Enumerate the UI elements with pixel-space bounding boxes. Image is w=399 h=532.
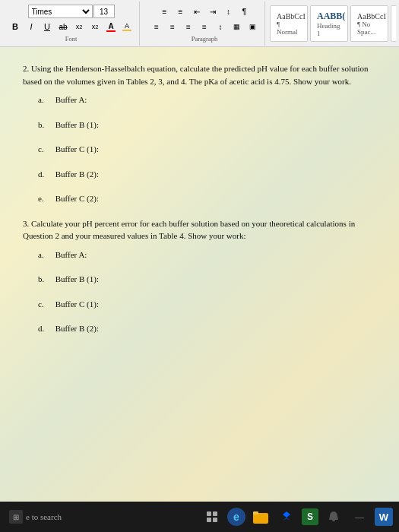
line-spacing-button[interactable]: ↕	[213, 20, 228, 33]
font-group: Times Arial Calibri B I U ab x2 x2 A	[3, 2, 140, 46]
paragraph-group: ≡ ≡ ⇤ ⇥ ↕ ¶ ≡ ≡ ≡ ≡ ↕ ▦ ▣ Paragraph	[144, 2, 265, 46]
align-center-button[interactable]: ≡	[165, 20, 180, 33]
style-heading1-label: Heading 1	[317, 22, 341, 37]
question-2-text: 2. Using the Henderson-Hasselbalch equat…	[23, 62, 376, 87]
svg-rect-1	[213, 511, 217, 516]
question-3: 3. Calculate your pH percent error for e…	[23, 217, 376, 335]
app-s-icon[interactable]: S	[302, 508, 318, 525]
font-size-input[interactable]	[93, 5, 115, 18]
style-normal-preview: AaBbCcI	[277, 12, 306, 21]
shading-button[interactable]: ▦	[229, 20, 244, 33]
bold-button[interactable]: B	[8, 20, 23, 33]
justify-button[interactable]: ≡	[197, 20, 212, 33]
task-view-icon[interactable]	[201, 506, 223, 527]
dropbox-icon[interactable]	[276, 506, 297, 527]
bullets-button[interactable]: ≡	[157, 5, 173, 18]
windows-start-button[interactable]: ⊞	[9, 510, 23, 524]
taskbar: ⊞ e to search e	[0, 502, 399, 532]
svg-rect-2	[207, 518, 211, 522]
superscript-button[interactable]: x2	[87, 20, 103, 33]
style-nospace-label: ¶ No Spac...	[357, 21, 382, 36]
q3-sub-a-text: Buffer A:	[55, 250, 87, 259]
q3-sub-c-label: c.	[38, 298, 53, 311]
highlight-button[interactable]: A	[119, 20, 135, 33]
styles-group: AaBbCcI ¶ Normal AABB( Heading 1 AaBbCcI…	[270, 5, 396, 42]
q2-sub-b-label: b.	[38, 119, 53, 131]
indent-increase-button[interactable]: ⇥	[205, 5, 220, 18]
paragraph-row2: ≡ ≡ ≡ ≡ ↕ ▦ ▣	[149, 20, 260, 33]
show-formatting-button[interactable]: ¶	[237, 5, 252, 18]
taskbar-search-area: ⊞ e to search	[9, 510, 62, 524]
q3-sub-c: c. Buffer C (1):	[38, 298, 376, 311]
indent-decrease-button[interactable]: ⇤	[189, 5, 204, 18]
q2-sub-a-text: Buffer A:	[55, 95, 87, 104]
q3-sub-d-label: d.	[38, 322, 53, 335]
edge-browser-icon[interactable]: e	[227, 508, 245, 526]
underline-button[interactable]: U	[40, 20, 55, 33]
style-heading1-preview: AABB(	[317, 11, 345, 22]
font-name-row: Times Arial Calibri	[28, 5, 115, 18]
svg-marker-7	[283, 511, 290, 521]
align-right-button[interactable]: ≡	[181, 20, 196, 33]
q2-sub-b: b. Buffer B (1):	[38, 119, 376, 131]
search-text: e to search	[26, 512, 62, 521]
q2-sub-c: c. Buffer C (1):	[38, 143, 376, 156]
borders-button[interactable]: ▣	[245, 20, 260, 33]
document-content: 2. Using the Henderson-Hasselbalch equat…	[23, 62, 376, 335]
q2-sub-a-label: a.	[38, 93, 53, 106]
document-area: 2. Using the Henderson-Hasselbalch equat…	[0, 47, 399, 502]
style-heading[interactable]: AaBb Heading	[391, 5, 396, 42]
q3-sub-d: d. Buffer B (2):	[38, 322, 376, 335]
style-heading1[interactable]: AABB( Heading 1	[310, 5, 348, 42]
q3-sub-a-label: a.	[38, 249, 53, 261]
q2-sub-d-text: Buffer B (2):	[55, 169, 99, 179]
q2-sub-c-text: Buffer C (1):	[55, 144, 99, 154]
word-icon[interactable]: W	[375, 508, 393, 526]
strikethrough-button[interactable]: ab	[55, 20, 71, 33]
question-3-number: 3.	[23, 219, 29, 228]
q2-sub-e-label: e.	[38, 192, 53, 205]
svg-rect-8	[332, 520, 335, 521]
italic-button[interactable]: I	[24, 20, 39, 33]
q3-sub-b: b. Buffer B (1):	[38, 273, 376, 286]
file-explorer-icon[interactable]	[250, 506, 271, 527]
minimize-icon[interactable]: —	[349, 506, 370, 527]
q2-sub-a: a. Buffer A:	[38, 93, 376, 106]
q2-sub-e-text: Buffer C (2):	[55, 194, 99, 203]
q2-sub-c-label: c.	[38, 143, 53, 156]
q3-sub-a: a. Buffer A:	[38, 249, 376, 261]
paragraph-group-label: Paragraph	[192, 35, 217, 43]
svg-rect-6	[253, 511, 258, 515]
numbering-button[interactable]: ≡	[173, 5, 188, 18]
style-normal[interactable]: AaBbCcI ¶ Normal	[270, 5, 308, 42]
svg-rect-3	[213, 518, 217, 522]
q3-sub-d-text: Buffer B (2):	[55, 324, 99, 333]
q3-sub-b-text: Buffer B (1):	[55, 274, 99, 283]
question-3-body: Calculate your pH percent error for each…	[23, 219, 355, 241]
style-nospace-preview: AaBbCcI	[357, 12, 386, 21]
q3-sub-c-text: Buffer C (1):	[55, 299, 99, 309]
q3-sub-b-label: b.	[38, 273, 53, 286]
ms-word-toolbar: Times Arial Calibri B I U ab x2 x2 A	[0, 0, 399, 47]
q2-sub-d-label: d.	[38, 168, 53, 181]
font-name-select[interactable]: Times Arial Calibri	[28, 5, 93, 18]
svg-rect-0	[207, 511, 211, 516]
question-2: 2. Using the Henderson-Hasselbalch equat…	[23, 62, 376, 205]
q2-sub-b-text: Buffer B (1):	[55, 120, 99, 129]
question-3-text: 3. Calculate your pH percent error for e…	[23, 217, 376, 242]
notification-icon[interactable]	[323, 506, 344, 527]
taskbar-icons: e S — W	[201, 506, 399, 527]
paragraph-row1: ≡ ≡ ⇤ ⇥ ↕ ¶	[157, 5, 252, 18]
q2-sub-d: d. Buffer B (2):	[38, 168, 376, 181]
font-group-label: Font	[65, 35, 78, 43]
sort-button[interactable]: ↕	[221, 5, 236, 18]
align-left-button[interactable]: ≡	[149, 20, 164, 33]
question-2-body: Using the Henderson-Hasselbalch equation…	[23, 64, 369, 86]
subscript-button[interactable]: x2	[71, 20, 87, 33]
font-format-row: B I U ab x2 x2 A A	[8, 20, 135, 33]
font-color-button[interactable]: A	[103, 20, 119, 33]
question-2-number: 2.	[23, 64, 29, 73]
q2-sub-e: e. Buffer C (2):	[38, 192, 376, 205]
style-nospace[interactable]: AaBbCcI ¶ No Spac...	[350, 5, 388, 42]
style-normal-label: ¶ Normal	[277, 21, 301, 36]
